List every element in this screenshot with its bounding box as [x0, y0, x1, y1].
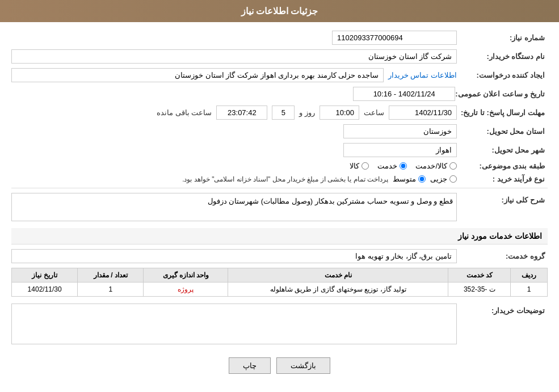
delivery-city-row: شهر محل تحویل: اهواز [11, 143, 548, 157]
description-row: شرح کلی نیاز: قطع و وصل و تسویه حساب مشت… [11, 193, 548, 221]
purchase-type-row: نوع فرآیند خرید : جزیی متوسط پرداخت تمام… [11, 175, 548, 183]
announce-label: تاریخ و ساعت اعلان عمومی: [455, 90, 548, 98]
content-area: شماره نیاز: 1102093377000694 نام دستگاه … [0, 22, 559, 392]
col-name: نام خدمت [228, 268, 448, 283]
need-number-row: شماره نیاز: 1102093377000694 [11, 31, 548, 45]
category-label: طبقه بندی موضوعی: [457, 162, 548, 170]
services-section-title: اطلاعات خدمات مورد نیاز [11, 228, 548, 245]
announce-datetime-row: تاریخ و ساعت اعلان عمومی: 1402/11/24 - 1… [11, 87, 548, 101]
service-group-field: تامین برق، گاز، بخار و تهویه هوا [11, 249, 457, 263]
description-value-cell: قطع و وصل و تسویه حساب مشترکین بدهکار (و… [11, 193, 457, 221]
col-unit: واحد اندازه گیری [144, 268, 228, 283]
col-date: تاریخ نیاز [12, 268, 78, 283]
cell-unit: پروژه [144, 283, 228, 297]
response-time-label: ساعت [364, 108, 384, 117]
category-kala-khedmat-option[interactable]: کالا/خدمت [415, 162, 457, 170]
purchase-type-jozyi-label: جزیی [430, 175, 447, 183]
delivery-city-value-cell: اهواز [11, 143, 457, 157]
purchase-note: پرداخت تمام یا بخشی از مبلغ خریدار محل "… [11, 175, 388, 183]
page-title: جزئیات اطلاعات نیاز [241, 6, 318, 16]
col-row: ردیف [511, 268, 548, 283]
requester-contact-link[interactable]: اطلاعات تماس خریدار [388, 71, 457, 79]
requester-value-cell: اطلاعات تماس خریدار ساجده حزلی کارمند به… [11, 68, 457, 82]
need-number-value: 1102093377000694 [11, 31, 457, 45]
cell-name: تولید گاز، توزیع سوختهای گازی از طریق شا… [228, 283, 448, 297]
cell-date: 1402/11/30 [12, 283, 78, 297]
requester-field: ساجده حزلی کارمند بهره برداری اهواز شرکت… [11, 68, 384, 82]
table-row: 1 ت -35-352 تولید گاز، توزیع سوختهای گاز… [12, 283, 548, 297]
delivery-province-field: خوزستان [343, 124, 457, 138]
category-radio-group: کالا/خدمت خدمت کالا [11, 162, 457, 170]
buyer-desc-field[interactable] [11, 304, 457, 344]
response-remaining-label: ساعت باقی مانده [157, 108, 212, 117]
cell-row: 1 [511, 283, 548, 297]
page-header: جزئیات اطلاعات نیاز [0, 0, 559, 22]
response-days-field: 5 [272, 106, 295, 120]
cell-code: ت -35-352 [448, 283, 511, 297]
buyer-desc-value-cell [11, 304, 457, 346]
category-kala-option[interactable]: کالا [350, 162, 369, 170]
divider-1 [11, 188, 548, 188]
buyer-org-label: نام دستگاه خریدار: [457, 52, 548, 61]
print-button[interactable]: چاپ [229, 357, 271, 374]
category-kala-khedmat-label: کالا/خدمت [415, 162, 447, 170]
response-remaining-field: 23:07:42 [216, 106, 267, 120]
response-deadline-label: مهلت ارسال پاسخ: تا تاریخ: [457, 108, 548, 117]
delivery-province-value-cell: خوزستان [11, 124, 457, 138]
response-deadline-row: مهلت ارسال پاسخ: تا تاریخ: 1402/11/30 سا… [11, 106, 548, 120]
buyer-desc-row: توضیحات خریدار: [11, 304, 548, 346]
description-field: قطع و وصل و تسویه حساب مشترکین بدهکار (و… [11, 193, 457, 221]
announce-value-cell: 1402/11/24 - 10:16 [11, 87, 455, 101]
purchase-type-label: نوع فرآیند خرید : [457, 175, 548, 183]
purchase-type-mottaset-label: متوسط [393, 175, 416, 183]
cell-quantity: 1 [78, 283, 144, 297]
need-number-field: 1102093377000694 [332, 31, 457, 45]
category-khedmat-label: خدمت [377, 162, 397, 170]
description-label: شرح کلی نیاز: [457, 193, 548, 204]
delivery-province-row: استان محل تحویل: خوزستان [11, 124, 548, 138]
need-number-label: شماره نیاز: [457, 33, 548, 42]
purchase-type-mottaset-option[interactable]: متوسط [393, 175, 426, 183]
response-time-field: 10:00 [320, 106, 359, 120]
service-group-value-cell: تامین برق، گاز، بخار و تهویه هوا [11, 249, 457, 263]
buyer-org-row: نام دستگاه خریدار: شرکت گاز استان خوزستا… [11, 49, 548, 64]
buyer-org-value: شرکت گاز استان خوزستان [11, 49, 457, 64]
service-group-label: گروه خدمت: [457, 252, 548, 260]
category-khedmat-option[interactable]: خدمت [377, 162, 407, 170]
buyer-desc-label: توضیحات خریدار: [457, 304, 548, 315]
delivery-city-field: اهواز [343, 143, 457, 157]
purchase-type-value-cell: جزیی متوسط پرداخت تمام یا بخشی از مبلغ خ… [11, 175, 457, 183]
button-row: بازگشت چاپ [11, 357, 548, 385]
service-group-row: گروه خدمت: تامین برق، گاز، بخار و تهویه … [11, 249, 548, 263]
buyer-org-field: شرکت گاز استان خوزستان [11, 49, 457, 64]
requester-row: ایجاد کننده درخواست: اطلاعات تماس خریدار… [11, 68, 548, 82]
response-date-field: 1402/11/30 [389, 106, 457, 120]
response-days-label: روز و [299, 108, 315, 117]
requester-label: ایجاد کننده درخواست: [457, 71, 548, 79]
purchase-type-jozyi-option[interactable]: جزیی [430, 175, 457, 183]
category-kala-label: کالا [350, 162, 359, 170]
services-table: ردیف کد خدمت نام خدمت واحد اندازه گیری ت… [11, 268, 548, 297]
table-header-row: ردیف کد خدمت نام خدمت واحد اندازه گیری ت… [12, 268, 548, 283]
col-quantity: تعداد / مقدار [78, 268, 144, 283]
response-deadline-value-cell: 1402/11/30 ساعت 10:00 روز و 5 23:07:42 س… [11, 106, 457, 120]
delivery-province-label: استان محل تحویل: [457, 127, 548, 136]
col-code: کد خدمت [448, 268, 511, 283]
category-row: طبقه بندی موضوعی: کالا/خدمت خدمت کالا [11, 162, 548, 170]
back-button[interactable]: بازگشت [276, 357, 330, 374]
page-wrapper: جزئیات اطلاعات نیاز شماره نیاز: 11020933… [0, 0, 559, 392]
announce-datetime-field: 1402/11/24 - 10:16 [353, 87, 455, 101]
delivery-city-label: شهر محل تحویل: [457, 146, 548, 154]
